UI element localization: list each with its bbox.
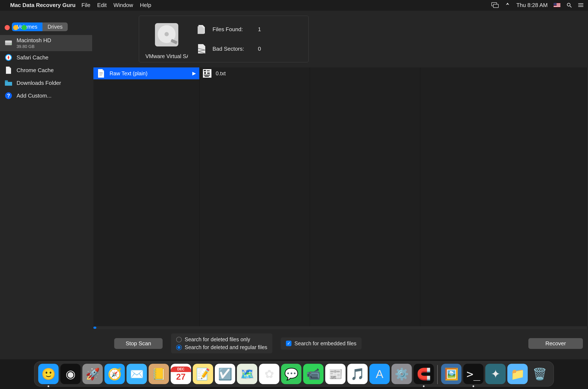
dock-photos[interactable]: ✿ bbox=[259, 364, 279, 384]
stop-scan-button[interactable]: Stop Scan bbox=[114, 338, 163, 349]
dock-maps[interactable]: 🗺️ bbox=[237, 364, 257, 384]
svg-rect-1 bbox=[493, 4, 498, 8]
main-area: VMware Virtual SATA H Files Found: 1 bbox=[92, 11, 588, 359]
column-3[interactable] bbox=[310, 67, 420, 326]
svg-rect-27 bbox=[207, 72, 210, 74]
dock-contacts[interactable]: 📒 bbox=[148, 364, 169, 384]
drive-label: VMware Virtual SATA H bbox=[146, 53, 188, 59]
bad-sectors-icon bbox=[195, 43, 207, 55]
column-item-label: Raw Text (plain) bbox=[110, 70, 147, 77]
progress-thumb[interactable] bbox=[93, 327, 96, 329]
dock-reminders[interactable]: ☑️ bbox=[215, 364, 235, 384]
app-window: Volumes Drives Macintosh HD 39.80 GB bbox=[0, 11, 588, 359]
zoom-button[interactable] bbox=[22, 25, 27, 30]
dock-unknown-app[interactable]: ✦ bbox=[485, 364, 506, 384]
sidebar-item-safari-cache[interactable]: Safari Cache bbox=[0, 51, 92, 64]
menubar: Mac Data Recovery Guru File Edit Window … bbox=[0, 0, 588, 10]
bad-sectors-label: Bad Sectors: bbox=[213, 46, 253, 52]
svg-rect-8 bbox=[5, 40, 12, 43]
checkbox-icon: ✓ bbox=[286, 341, 292, 346]
bottom-bar: Stop Scan Search for deleted files only … bbox=[92, 329, 588, 359]
column-item-file[interactable]: 0.txt bbox=[200, 67, 310, 79]
svg-rect-28 bbox=[204, 75, 210, 75]
chevron-right-icon: ▶ bbox=[192, 71, 196, 76]
sidebar-item-label: Add Custom... bbox=[17, 93, 52, 99]
bad-sectors-row: Bad Sectors: 0 bbox=[195, 43, 261, 55]
svg-line-3 bbox=[570, 6, 571, 7]
dock-messages[interactable]: 💬 bbox=[281, 364, 301, 384]
radio-icon bbox=[176, 345, 182, 350]
minimize-button[interactable] bbox=[13, 25, 18, 30]
sidebar-item-add-custom[interactable]: ? Add Custom... bbox=[0, 89, 92, 102]
svg-rect-24 bbox=[204, 70, 206, 71]
column-item-raw-text[interactable]: Raw Text (plain) ▶ bbox=[93, 67, 199, 79]
folder-icon bbox=[4, 79, 13, 87]
dock-appstore[interactable]: A bbox=[369, 364, 390, 384]
check-embedded[interactable]: ✓ Search for embedded files bbox=[286, 340, 356, 347]
screen-mirror-icon[interactable] bbox=[491, 2, 499, 8]
check-label: Search for embedded files bbox=[294, 340, 356, 347]
dock-music[interactable]: 🎵 bbox=[347, 364, 368, 384]
sidebar-item-chrome-cache[interactable]: Chrome Cache bbox=[0, 64, 92, 77]
column-item-label: 0.txt bbox=[216, 70, 226, 77]
dock-safari[interactable]: 🧭 bbox=[105, 364, 125, 384]
dock-siri[interactable]: ◉ bbox=[60, 364, 81, 384]
dock-downloads-stack[interactable]: 📁 bbox=[507, 364, 528, 384]
progress-scrollbar[interactable] bbox=[93, 326, 587, 329]
column-1[interactable]: Raw Text (plain) ▶ bbox=[93, 67, 200, 326]
tab-drives[interactable]: Drives bbox=[42, 23, 68, 31]
menu-file[interactable]: File bbox=[81, 2, 90, 8]
dock-notes[interactable]: 📝 bbox=[193, 364, 213, 384]
app-name[interactable]: Mac Data Recovery Guru bbox=[10, 2, 75, 8]
svg-rect-26 bbox=[204, 72, 206, 74]
files-icon bbox=[195, 23, 207, 35]
menu-help[interactable]: Help bbox=[140, 2, 151, 8]
sidebar-item-downloads[interactable]: Downloads Folder bbox=[0, 77, 92, 89]
spotlight-icon[interactable] bbox=[566, 2, 572, 8]
dock-calendar[interactable]: DEC27 bbox=[171, 364, 191, 384]
column-4[interactable] bbox=[420, 67, 587, 326]
sidebar-item-label: Macintosh HD bbox=[17, 37, 51, 44]
radio-label: Search for deleted and regular files bbox=[185, 344, 267, 350]
hdd-icon bbox=[4, 39, 13, 47]
recover-button[interactable]: Recover bbox=[528, 338, 583, 349]
close-button[interactable] bbox=[5, 25, 10, 30]
files-found-row: Files Found: 1 bbox=[195, 23, 261, 35]
columns-browser: Raw Text (plain) ▶ 0.txt bbox=[93, 67, 587, 326]
dock-trash[interactable]: 🗑️ bbox=[529, 364, 550, 384]
sidebar-item-label: Chrome Cache bbox=[17, 67, 54, 74]
dock-finder[interactable]: 🙂 bbox=[38, 364, 59, 384]
column-2[interactable]: 0.txt bbox=[200, 67, 310, 326]
safari-icon bbox=[4, 53, 13, 62]
drive-icon bbox=[151, 19, 183, 52]
dock-terminal[interactable]: >_ bbox=[463, 364, 483, 384]
files-found-label: Files Found: bbox=[213, 26, 253, 33]
dock-news[interactable]: 📰 bbox=[325, 364, 346, 384]
status-icon[interactable] bbox=[505, 2, 511, 8]
svg-text:?: ? bbox=[7, 93, 10, 98]
dock-recovery-guru[interactable]: 🧲 bbox=[413, 364, 434, 384]
dock-mail[interactable]: ✉️ bbox=[127, 364, 147, 384]
radio-deleted-only[interactable]: Search for deleted files only bbox=[176, 336, 267, 343]
control-center-icon[interactable] bbox=[578, 3, 584, 7]
dock-settings[interactable]: ⚙️ bbox=[391, 364, 412, 384]
help-icon: ? bbox=[4, 91, 13, 100]
dock-preview[interactable]: 🖼️ bbox=[441, 364, 461, 384]
radio-deleted-regular[interactable]: Search for deleted and regular files bbox=[176, 343, 267, 351]
sidebar: Volumes Drives Macintosh HD 39.80 GB bbox=[0, 11, 92, 359]
dock-launchpad[interactable]: 🚀 bbox=[82, 364, 103, 384]
dock-facetime[interactable]: 📹 bbox=[303, 364, 324, 384]
sidebar-item-label: Downloads Folder bbox=[17, 80, 61, 86]
files-found-value: 1 bbox=[258, 26, 261, 33]
sidebar-item-macintosh-hd[interactable]: Macintosh HD 39.80 GB bbox=[0, 35, 92, 51]
embedded-group: ✓ Search for embedded files bbox=[281, 337, 362, 350]
svg-rect-29 bbox=[205, 76, 209, 77]
input-source-icon[interactable] bbox=[554, 3, 560, 7]
clock[interactable]: Thu 8:28 AM bbox=[516, 2, 548, 8]
menu-window[interactable]: Window bbox=[113, 2, 133, 8]
svg-rect-25 bbox=[207, 70, 210, 71]
svg-point-2 bbox=[567, 3, 570, 6]
sidebar-item-sublabel: 39.80 GB bbox=[17, 44, 51, 49]
menu-edit[interactable]: Edit bbox=[97, 2, 107, 8]
scan-summary: VMware Virtual SATA H Files Found: 1 bbox=[139, 16, 309, 62]
